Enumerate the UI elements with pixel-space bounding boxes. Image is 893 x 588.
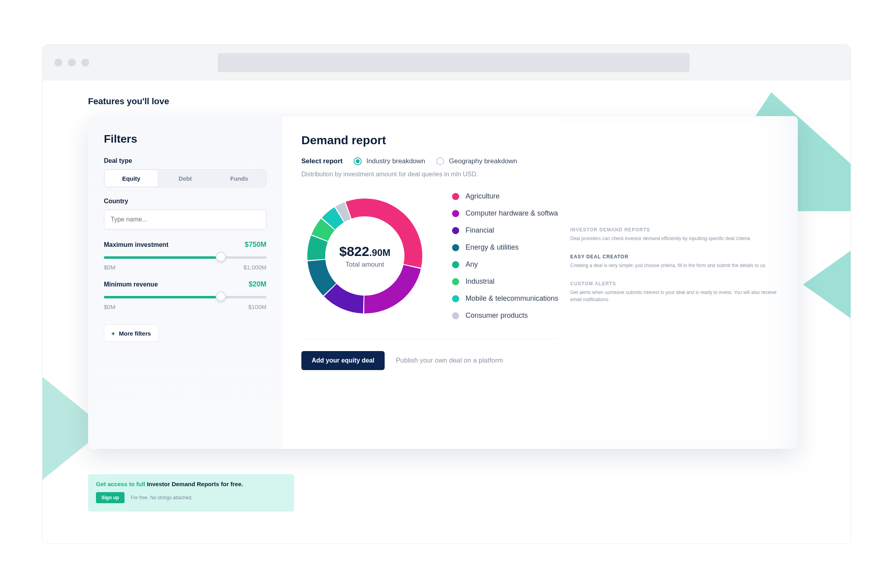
max-investment-slider[interactable] (104, 253, 266, 262)
promo-subtext: For free. No strings attached. (131, 495, 192, 500)
total-amount: $822.90M (339, 244, 391, 259)
promo-banner: Get access to full Investor Demand Repor… (88, 474, 294, 512)
cta-helper-text: Publish your own deal on a platform (396, 357, 503, 365)
address-bar[interactable] (218, 53, 690, 72)
legend-item: Agriculture (452, 192, 564, 200)
more-filters-button[interactable]: + More filters (104, 325, 159, 342)
radio-dot-icon (354, 157, 362, 165)
feature-title: INVESTOR DEMAND REPORTS (570, 227, 782, 233)
feature-description: Creating a deal is very simple: just cho… (570, 262, 782, 269)
window-dot (81, 59, 89, 67)
max-investment-value: $750M (245, 241, 266, 249)
section-headline: Features you'll love (88, 96, 169, 107)
radio-geography-label: Geography breakdown (449, 157, 517, 165)
plus-icon: + (111, 330, 115, 337)
min-revenue-max: $100M (248, 304, 266, 310)
legend-label: Industrial (466, 277, 494, 286)
radio-dot-icon (436, 157, 444, 165)
total-amount-label: Total amount (345, 261, 384, 269)
report-card: Filters Deal type Equity Debt Funds Coun… (88, 116, 798, 449)
tab-debt[interactable]: Debt (158, 170, 212, 187)
min-revenue-label: Minimum revenue (104, 281, 158, 288)
legend-label: Energy & utilities (466, 243, 519, 252)
add-equity-deal-button[interactable]: Add your equity deal (301, 351, 385, 370)
min-revenue-slider[interactable] (104, 292, 266, 301)
legend-swatch (452, 227, 459, 234)
legend-label: Any (466, 260, 478, 269)
window-dot (68, 59, 76, 67)
legend-item: Any (452, 260, 564, 269)
chart-legend: AgricultureComputer hardware & softwareF… (452, 192, 564, 320)
radio-geography-breakdown[interactable]: Geography breakdown (436, 157, 517, 165)
legend-swatch (452, 193, 459, 200)
country-input[interactable] (104, 210, 266, 229)
legend-swatch (452, 278, 459, 285)
promo-headline: Get access to full Investor Demand Repor… (96, 481, 286, 487)
legend-item: Consumer products (452, 311, 564, 320)
feature-block: INVESTOR DEMAND REPORTSDeal providers ca… (570, 227, 782, 242)
decorative-triangle (803, 251, 851, 318)
radio-industry-breakdown[interactable]: Industry breakdown (354, 157, 425, 165)
max-investment-max: $1,000M (243, 264, 266, 271)
legend-item: Computer hardware & software (452, 209, 564, 218)
window-dot (54, 59, 62, 67)
tab-equity[interactable]: Equity (104, 170, 158, 187)
browser-frame: Features you'll love Filters Deal type E… (42, 44, 851, 544)
legend-item: Industrial (452, 277, 564, 286)
max-investment-label: Maximum investment (104, 241, 169, 248)
more-filters-label: More filters (119, 330, 151, 337)
feature-block: EASY DEAL CREATORCreating a deal is very… (570, 254, 782, 269)
deal-type-tabs: Equity Debt Funds (104, 169, 266, 187)
legend-label: Computer hardware & software (466, 209, 564, 218)
select-report-label: Select report (301, 157, 343, 165)
legend-label: Agriculture (466, 192, 500, 200)
features-overlay: INVESTOR DEMAND REPORTSDeal providers ca… (558, 116, 798, 449)
tab-funds[interactable]: Funds (212, 170, 266, 187)
legend-item: Mobile & telecommunications (452, 294, 564, 303)
feature-title: CUSTOM ALERTS (570, 281, 782, 286)
max-investment-min: $0M (104, 264, 115, 271)
min-revenue-min: $0M (104, 304, 115, 310)
legend-item: Energy & utilities (452, 243, 564, 252)
legend-label: Mobile & telecommunications (466, 294, 558, 303)
radio-industry-label: Industry breakdown (366, 157, 425, 165)
signup-button[interactable]: Sign up (96, 492, 125, 503)
legend-swatch (452, 295, 459, 302)
deal-type-label: Deal type (104, 157, 266, 164)
feature-block: CUSTOM ALERTSGet alerts when someone sub… (570, 281, 782, 303)
browser-titlebar (42, 45, 851, 80)
min-revenue-value: $20M (249, 280, 266, 288)
feature-description: Deal providers can check investor demand… (570, 235, 782, 242)
legend-swatch (452, 210, 459, 217)
feature-title: EASY DEAL CREATOR (570, 254, 782, 260)
legend-label: Consumer products (466, 311, 528, 320)
legend-swatch (452, 244, 459, 251)
legend-swatch (452, 261, 459, 268)
donut-chart: $822.90M Total amount (301, 193, 428, 319)
filters-title: Filters (104, 133, 266, 145)
feature-description: Get alerts when someone submits interest… (570, 289, 782, 303)
filters-panel: Filters Deal type Equity Debt Funds Coun… (88, 116, 282, 449)
page-body: Features you'll love Filters Deal type E… (42, 80, 851, 543)
country-label: Country (104, 198, 266, 205)
legend-label: Financial (466, 226, 494, 235)
legend-item: Financial (452, 226, 564, 235)
legend-swatch (452, 312, 459, 319)
